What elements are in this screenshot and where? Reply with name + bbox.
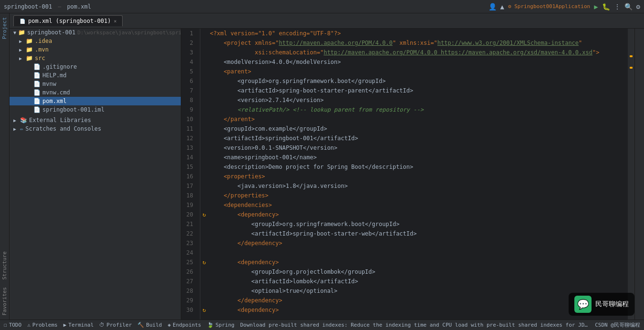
watermark-name: 民哥聊编程: [595, 300, 629, 309]
main-content: Project Structure Favorites Project ⚙ ≡ …: [0, 13, 644, 320]
label-springboot001: springboot-001: [27, 29, 75, 36]
favorites-vtab[interactable]: Favorites: [0, 283, 9, 320]
code-line-26: <groupId>org.projectlombok</groupId>: [208, 267, 628, 277]
line-number-6: 6: [181, 76, 196, 86]
scratches-icon: ✏: [20, 125, 23, 132]
lib-icon-external: 📚: [20, 117, 27, 124]
gutter-marker-8: [200, 95, 208, 105]
tree-item-iml[interactable]: 📄 springboot-001.iml: [10, 105, 181, 114]
gutter-marker-28: [200, 286, 208, 296]
label-mvnwcmd: mvnw.cmd: [42, 89, 70, 96]
file-icon-mvnwcmd: 📄: [33, 89, 41, 96]
tree-item-external[interactable]: ▶ 📚 External Libraries: [10, 116, 181, 124]
path-springboot001: D:\workspace\java\springboot\springboot: [77, 30, 181, 36]
spring-icon: 🍃: [207, 322, 214, 328]
gutter-marker-27: [200, 277, 208, 286]
status-problems[interactable]: ⚠ Problems: [27, 322, 58, 328]
tree-item-src[interactable]: ▶ 📁 src: [10, 54, 181, 62]
gutter-marker-16: [200, 172, 208, 181]
tree-item-pomxml[interactable]: 📄 pom.xml: [10, 97, 181, 105]
right-scrollbar[interactable]: [628, 13, 634, 320]
line-number-9: 9: [181, 105, 196, 114]
wechat-icon: 💬: [574, 296, 592, 313]
structure-vtab[interactable]: Structure: [0, 248, 9, 284]
code-line-30: <dependency>: [208, 305, 628, 315]
status-endpoints[interactable]: ◈ Endpoints: [167, 322, 201, 328]
code-line-9: <relativePath/> <!-- lookup parent from …: [208, 105, 628, 114]
line-number-4: 4: [181, 57, 196, 67]
arrow-icon[interactable]: ▲: [500, 3, 504, 10]
arrow-scratches: ▶: [13, 126, 18, 132]
line-number-22: 22: [181, 229, 196, 238]
run-button[interactable]: ▶: [594, 3, 598, 10]
code-line-12: <artifactId>springboot-001</artifactId>: [208, 134, 628, 143]
bookmark-icon: ↻: [202, 307, 206, 313]
tree-item-gitignore[interactable]: 📄 .gitignore: [10, 62, 181, 71]
gutter-marker-24: [200, 248, 208, 258]
status-spring[interactable]: 🍃 Spring: [207, 322, 235, 328]
code-line-24: [208, 248, 628, 258]
label-helpmd: HELP.md: [42, 72, 67, 79]
line-number-2: 2: [181, 38, 196, 48]
debug-icon[interactable]: 🐛: [602, 3, 610, 10]
app-name: springboot-001: [4, 3, 52, 10]
gutter-marker-18: [200, 191, 208, 200]
gutter-marker-29: [200, 296, 208, 305]
code-line-4: <modelVersion>4.0.0</modelVersion>: [208, 57, 628, 67]
status-terminal[interactable]: ▶ Terminal: [63, 322, 94, 328]
gutter-marker-12: [200, 134, 208, 143]
gutter-marker-1: [200, 29, 208, 38]
status-build[interactable]: 🔨 Build: [137, 322, 162, 328]
line-number-21: 21: [181, 219, 196, 229]
build-icon: 🔨: [137, 322, 144, 328]
line-number-23: 23: [181, 238, 196, 248]
label-scratches: Scratches and Consoles: [25, 125, 101, 132]
code-line-19: <dependencies>: [208, 200, 628, 210]
sidebar-tree: ▼ 📁 springboot-001 D:\workspace\java\spr…: [10, 26, 181, 320]
code-line-1: <?xml version="1.0" encoding="UTF-8"?>: [208, 29, 628, 38]
line-number-20: 20: [181, 210, 196, 219]
settings-icon[interactable]: ⚙: [636, 3, 640, 10]
run-config-label: ⚙ Springboot001Application: [508, 3, 590, 10]
code-line-20: <dependency>: [208, 210, 628, 219]
more-icon[interactable]: ⋮: [614, 3, 621, 10]
folder-icon-src: 📁: [26, 55, 33, 62]
line-number-29: 29: [181, 296, 196, 305]
file-icon-iml: 📄: [33, 106, 41, 113]
tree-item-mvnwcmd[interactable]: 📄 mvnw.cmd: [10, 88, 181, 97]
tree-item-idea[interactable]: ▶ 📁 .idea: [10, 37, 181, 45]
gutter-marker-4: [200, 57, 208, 67]
tree-item-springboot001[interactable]: ▼ 📁 springboot-001 D:\workspace\java\spr…: [10, 28, 181, 37]
line-number-26: 26: [181, 267, 196, 277]
gutter-marker-19: [200, 200, 208, 210]
tree-item-scratches[interactable]: ▶ ✏ Scratches and Consoles: [10, 124, 181, 133]
status-profiler[interactable]: ⏱ Profiler: [99, 322, 132, 328]
line-number-17: 17: [181, 181, 196, 191]
line-number-7: 7: [181, 86, 196, 95]
code-line-6: <groupId>org.springframework.boot</group…: [208, 76, 628, 86]
file-icon-mvnw: 📄: [33, 81, 41, 87]
folder-icon-idea: 📁: [26, 38, 33, 44]
line-number-14: 14: [181, 153, 196, 162]
status-todo[interactable]: ☐ TODO: [4, 322, 21, 328]
arrow-idea: ▶: [19, 39, 24, 44]
line-number-8: 8: [181, 95, 196, 105]
arrow-springboot001: ▼: [13, 30, 16, 35]
line-number-10: 10: [181, 114, 196, 124]
tree-item-helpmd[interactable]: 📄 HELP.md: [10, 71, 181, 80]
project-vtab[interactable]: Project: [0, 13, 9, 43]
line-number-24: 24: [181, 248, 196, 258]
code-line-2: <project xmlns="http://maven.apache.org/…: [208, 38, 628, 48]
profiler-icon: ⏱: [99, 322, 104, 328]
code-area[interactable]: <?xml version="1.0" encoding="UTF-8"?> <…: [208, 13, 628, 320]
user-icon[interactable]: 👤: [488, 3, 497, 10]
status-right-text: CSDN @民哥聊编程: [595, 321, 640, 329]
code-line-23: </dependency>: [208, 238, 628, 248]
tree-item-mvn[interactable]: ▶ 📁 .mvn: [10, 45, 181, 54]
label-iml: springboot-001.iml: [42, 106, 104, 113]
tree-item-mvnw[interactable]: 📄 mvnw: [10, 80, 181, 88]
label-mvn: .mvn: [35, 46, 49, 53]
watermark-content: 民哥聊编程: [595, 300, 629, 309]
search-icon[interactable]: 🔍: [624, 3, 633, 10]
file-icon-helpmd: 📄: [33, 72, 41, 79]
